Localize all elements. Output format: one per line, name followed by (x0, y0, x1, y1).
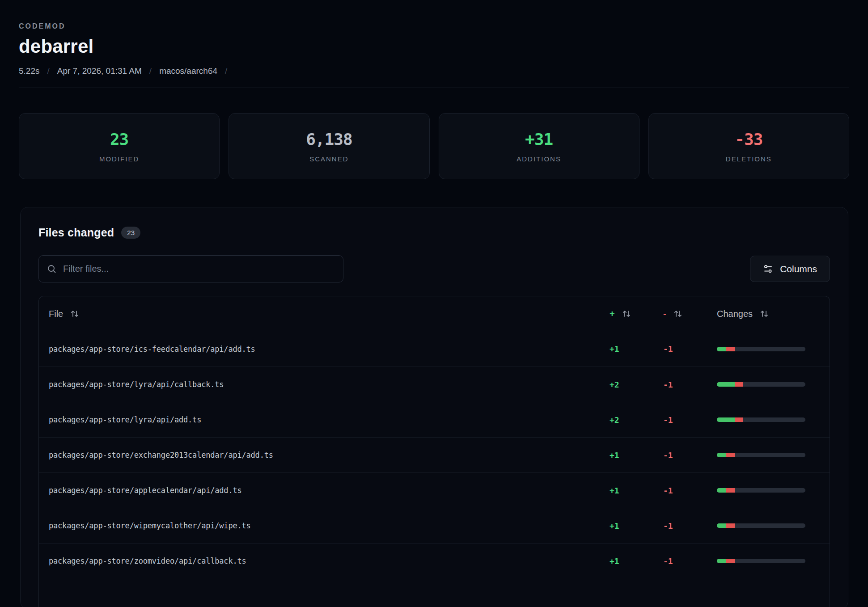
changes-bar-deletions (735, 382, 744, 387)
table-body: packages/app-store/ics-feedcalendar/api/… (39, 331, 830, 578)
stat-card-modified: 23 MODIFIED (19, 113, 220, 179)
stat-label: ADDITIONS (517, 155, 561, 163)
stat-value: 6,138 (306, 130, 352, 148)
run-platform: macos/aarch64 (159, 66, 217, 76)
table-row[interactable]: packages/app-store/zoomvideo/api/callbac… (39, 543, 830, 578)
column-header-changes[interactable]: Changes (717, 309, 753, 319)
run-meta: 5.22s / Apr 7, 2026, 01:31 AM / macos/aa… (19, 66, 849, 76)
column-header-deletions[interactable]: - (663, 309, 666, 319)
file-path: packages/app-store/lyra/api/add.ts (49, 415, 201, 424)
changes-bar-deletions (726, 453, 735, 457)
additions-count: +1 (610, 556, 619, 566)
meta-separator: / (149, 66, 152, 76)
stat-value: -33 (735, 130, 762, 148)
deletions-count: -1 (663, 451, 673, 460)
additions-count: +2 (610, 380, 619, 389)
stats-row: 23 MODIFIED 6,138 SCANNED +31 ADDITIONS … (19, 113, 849, 179)
changes-bar-additions (717, 523, 726, 528)
additions-count: +2 (610, 415, 619, 425)
panel-title: Files changed (38, 226, 114, 239)
stat-value: 23 (110, 130, 128, 148)
changes-bar-deletions (726, 523, 735, 528)
changes-bar-additions (717, 453, 726, 457)
additions-count: +1 (610, 486, 619, 495)
table-header-row: File + (39, 296, 830, 331)
changes-bar-deletions (735, 417, 744, 422)
sort-icon[interactable] (622, 309, 631, 319)
codemod-run-page: CODEMOD debarrel 5.22s / Apr 7, 2026, 01… (0, 0, 868, 607)
file-path: packages/app-store/wipemycalother/api/wi… (49, 521, 251, 530)
table-row[interactable]: packages/app-store/applecalendar/api/add… (39, 472, 830, 508)
deletions-count: -1 (663, 415, 673, 425)
stat-value: +31 (525, 130, 553, 148)
table-row[interactable]: packages/app-store/lyra/api/add.ts +2 -1 (39, 402, 830, 437)
stat-card-additions: +31 ADDITIONS (439, 113, 639, 179)
changes-bar-deletions (726, 488, 735, 493)
deletions-count: -1 (663, 521, 673, 531)
table-row[interactable]: packages/app-store/lyra/api/callback.ts … (39, 367, 830, 402)
file-path: packages/app-store/lyra/api/callback.ts (49, 380, 224, 389)
files-changed-panel: Files changed 23 (20, 207, 848, 607)
stat-card-deletions: -33 DELETIONS (648, 113, 849, 179)
changes-bar-additions (717, 488, 726, 493)
deletions-count: -1 (663, 556, 673, 566)
eyebrow-label: CODEMOD (19, 22, 849, 30)
changes-bar (717, 523, 805, 528)
panel-title-row: Files changed 23 (38, 226, 830, 239)
sort-icon[interactable] (673, 309, 683, 319)
files-count-badge: 23 (121, 227, 140, 239)
changes-bar (717, 382, 805, 387)
columns-button-label: Columns (780, 264, 817, 274)
changes-bar-additions (717, 417, 735, 422)
sliders-icon (763, 264, 773, 274)
stat-label: SCANNED (309, 155, 348, 163)
file-path: packages/app-store/exchange2013calendar/… (49, 451, 273, 459)
meta-separator: / (47, 66, 49, 76)
run-duration: 5.22s (19, 66, 39, 76)
changes-bar (717, 347, 805, 351)
additions-count: +1 (610, 344, 619, 354)
sort-icon[interactable] (759, 309, 769, 319)
changes-bar (717, 559, 805, 563)
stat-label: DELETIONS (726, 155, 772, 163)
changes-bar (717, 417, 805, 422)
filter-files-input[interactable] (63, 264, 335, 274)
table-controls: Columns (38, 255, 830, 282)
search-icon (47, 264, 57, 274)
changes-bar-additions (717, 347, 726, 351)
page-header: CODEMOD debarrel 5.22s / Apr 7, 2026, 01… (19, 22, 849, 88)
additions-count: +1 (610, 451, 619, 460)
column-header-additions[interactable]: + (610, 309, 615, 319)
table-row-partial (39, 578, 830, 607)
deletions-count: -1 (663, 344, 673, 354)
changes-bar-additions (717, 559, 726, 563)
file-path: packages/app-store/ics-feedcalendar/api/… (49, 345, 255, 354)
changes-bar-additions (717, 382, 735, 387)
meta-separator: / (225, 66, 227, 76)
stat-label: MODIFIED (99, 155, 139, 163)
deletions-count: -1 (663, 380, 673, 389)
deletions-count: -1 (663, 486, 673, 495)
changes-bar-deletions (726, 559, 735, 563)
changes-bar (717, 488, 805, 493)
column-header-file[interactable]: File (49, 309, 63, 319)
files-table: File + (38, 296, 830, 607)
file-path: packages/app-store/applecalendar/api/add… (49, 486, 242, 495)
table-row[interactable]: packages/app-store/wipemycalother/api/wi… (39, 508, 830, 543)
changes-bar-deletions (726, 347, 735, 351)
stat-card-scanned: 6,138 SCANNED (229, 113, 429, 179)
sort-icon[interactable] (70, 309, 80, 319)
table-row[interactable]: packages/app-store/exchange2013calendar/… (39, 437, 830, 472)
additions-count: +1 (610, 521, 619, 531)
changes-bar (717, 453, 805, 457)
filter-files-box[interactable] (38, 255, 343, 282)
header-divider (19, 88, 849, 88)
page-title: debarrel (19, 36, 849, 57)
columns-button[interactable]: Columns (750, 256, 830, 282)
table-row[interactable]: packages/app-store/ics-feedcalendar/api/… (39, 331, 830, 367)
file-path: packages/app-store/zoomvideo/api/callbac… (49, 556, 246, 565)
run-timestamp: Apr 7, 2026, 01:31 AM (57, 66, 142, 76)
